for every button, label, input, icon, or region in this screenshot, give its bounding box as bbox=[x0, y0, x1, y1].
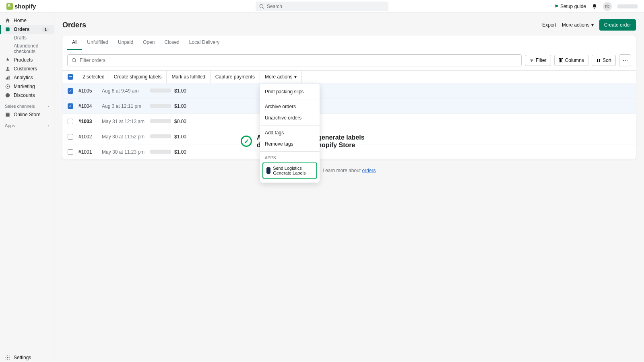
dropdown-unarchive[interactable]: Unarchive orders bbox=[260, 112, 320, 123]
mark-fulfilled-button[interactable]: Mark as fulfilled bbox=[167, 71, 210, 83]
analytics-icon bbox=[5, 75, 10, 80]
sidebar-item-analytics[interactable]: Analytics bbox=[0, 73, 54, 82]
row-checkbox[interactable] bbox=[62, 134, 78, 140]
create-order-button[interactable]: Create order bbox=[599, 19, 636, 31]
sidebar-item-marketing[interactable]: Marketing bbox=[0, 82, 54, 91]
sales-channels-header: Sales channels › bbox=[0, 100, 54, 110]
svg-point-7 bbox=[7, 86, 8, 87]
filter-input[interactable] bbox=[67, 54, 522, 66]
sidebar-sub-abandoned[interactable]: Abandoned checkouts bbox=[0, 42, 54, 56]
row-checkbox[interactable] bbox=[62, 149, 78, 155]
export-button[interactable]: Export bbox=[542, 22, 556, 28]
row-checkbox[interactable] bbox=[62, 88, 78, 94]
tab-all[interactable]: All bbox=[67, 35, 82, 50]
filter-icon bbox=[529, 58, 534, 63]
store-icon bbox=[5, 112, 10, 117]
sidebar-sub-drafts[interactable]: Drafts bbox=[0, 34, 54, 42]
customer-redacted bbox=[150, 103, 174, 109]
table-row[interactable]: #1003 May 31 at 12:13 am $0.00 em Local … bbox=[62, 114, 636, 129]
sidebar-item-orders[interactable]: Orders 1 bbox=[0, 25, 54, 34]
order-id[interactable]: #1003 bbox=[78, 119, 102, 124]
more-actions-label: More actions bbox=[562, 22, 590, 28]
order-id[interactable]: #1004 bbox=[78, 103, 102, 109]
nav-label: Online Store bbox=[14, 112, 41, 117]
sidebar-item-home[interactable]: Home bbox=[0, 16, 54, 25]
home-icon bbox=[5, 18, 10, 23]
capture-payments-button[interactable]: Capture payments bbox=[211, 71, 260, 83]
learn-more-link[interactable]: orders bbox=[362, 168, 376, 173]
svg-rect-5 bbox=[7, 77, 8, 80]
shopify-icon bbox=[6, 3, 13, 10]
sidebar-item-settings[interactable]: Settings bbox=[0, 353, 54, 362]
section-label: Apps bbox=[5, 123, 15, 128]
customer-redacted bbox=[150, 119, 174, 124]
more-actions-button[interactable]: More actions ▾ bbox=[562, 22, 594, 28]
svg-line-12 bbox=[75, 61, 76, 62]
customers-icon bbox=[5, 66, 10, 72]
tab-closed[interactable]: Closed bbox=[159, 35, 184, 50]
app-icon bbox=[266, 167, 270, 174]
select-all-checkbox[interactable] bbox=[62, 74, 78, 80]
dropdown-add-tags[interactable]: Add tags bbox=[260, 127, 320, 138]
dropdown-archive[interactable]: Archive orders bbox=[260, 101, 320, 112]
bulk-more-actions-button[interactable]: More actions ▾ Print packing slips Archi… bbox=[260, 71, 302, 83]
page-actions: Export More actions ▾ Create order bbox=[542, 19, 636, 31]
learn-more: Learn more about orders bbox=[62, 168, 636, 173]
sidebar-item-discounts[interactable]: Discounts bbox=[0, 91, 54, 100]
dropdown-app-action[interactable]: Send Logistics Generate Labels bbox=[262, 162, 317, 179]
table-row[interactable]: #1005 Aug 8 at 9:49 am $1.00 em bbox=[62, 83, 636, 99]
order-id[interactable]: #1001 bbox=[78, 149, 102, 155]
sidebar: Home Orders 1 Drafts Abandoned checkouts… bbox=[0, 13, 54, 362]
svg-rect-4 bbox=[6, 78, 6, 80]
tab-unfulfilled[interactable]: Unfulfilled bbox=[82, 35, 113, 50]
svg-rect-6 bbox=[8, 76, 9, 79]
order-total: $0.00 bbox=[174, 119, 194, 124]
setup-guide-link[interactable]: ⚑ Setup guide bbox=[554, 4, 586, 9]
products-icon bbox=[5, 57, 10, 63]
order-id[interactable]: #1002 bbox=[78, 134, 102, 140]
search-icon bbox=[259, 4, 264, 9]
sidebar-item-online-store[interactable]: Online Store bbox=[0, 110, 54, 119]
tab-local-delivery[interactable]: Local Delivery bbox=[184, 35, 224, 50]
sidebar-item-products[interactable]: Products bbox=[0, 56, 54, 64]
main-content: Orders Export More actions ▾ Create orde… bbox=[54, 13, 644, 362]
order-id[interactable]: #1005 bbox=[78, 88, 102, 94]
button-label: Filter bbox=[536, 58, 547, 63]
tab-open[interactable]: Open bbox=[138, 35, 159, 50]
order-date: Aug 8 at 9:49 am bbox=[102, 88, 150, 94]
sidebar-item-customers[interactable]: Customers bbox=[0, 64, 54, 73]
more-actions-dropdown: Print packing slips Archive orders Unarc… bbox=[260, 84, 320, 183]
bell-icon[interactable] bbox=[592, 4, 597, 9]
avatar[interactable]: nb bbox=[603, 2, 612, 11]
dropdown-remove-tags[interactable]: Remove tags bbox=[260, 138, 320, 150]
tab-unpaid[interactable]: Unpaid bbox=[113, 35, 138, 50]
chevron-down-icon: ▾ bbox=[294, 74, 297, 80]
search-input[interactable] bbox=[256, 2, 388, 11]
nav-label: Marketing bbox=[14, 84, 35, 89]
order-date: Aug 3 at 12:11 pm bbox=[102, 103, 150, 109]
dropdown-print-slips[interactable]: Print packing slips bbox=[260, 86, 320, 97]
chevron-right-icon[interactable]: › bbox=[47, 104, 49, 109]
row-checkbox[interactable] bbox=[62, 103, 78, 109]
row-checkbox[interactable] bbox=[62, 119, 78, 124]
columns-icon bbox=[559, 58, 564, 63]
chevron-right-icon[interactable]: › bbox=[47, 123, 49, 128]
columns-button[interactable]: Columns bbox=[554, 55, 588, 66]
create-shipping-button[interactable]: Create shipping labels bbox=[109, 71, 167, 83]
svg-rect-16 bbox=[559, 59, 560, 62]
sort-button[interactable]: Sort bbox=[592, 55, 616, 66]
more-button[interactable]: ⋯ bbox=[619, 54, 631, 66]
nav-label: Customers bbox=[14, 66, 37, 72]
search-icon bbox=[71, 58, 77, 63]
sort-icon bbox=[596, 58, 601, 63]
filter-input-wrap bbox=[67, 54, 522, 66]
search-wrap bbox=[256, 2, 388, 11]
page-title: Orders bbox=[62, 21, 86, 29]
filter-button[interactable]: Filter bbox=[525, 55, 551, 66]
shopify-logo[interactable]: shopify bbox=[6, 3, 36, 10]
table-row[interactable]: #1004 Aug 3 at 12:11 pm $1.00 em bbox=[62, 99, 636, 114]
nav-label: Home bbox=[14, 18, 27, 23]
separator bbox=[260, 125, 320, 125]
order-date: May 30 at 11:52 pm bbox=[102, 134, 150, 140]
button-label: Columns bbox=[565, 58, 584, 63]
